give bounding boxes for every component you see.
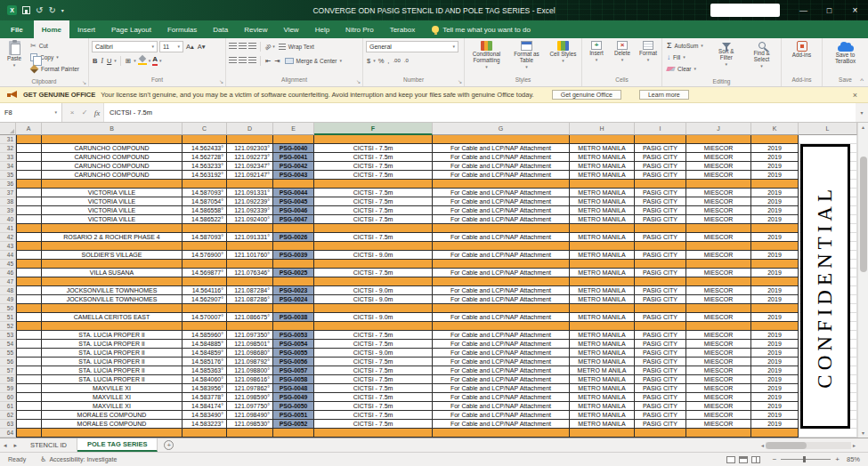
cell-F54[interactable]: CICTSI - 7.5m — [314, 340, 433, 349]
cell-F55[interactable]: CICTSI - 9.0m — [314, 349, 433, 358]
vertical-scrollbar-thumb[interactable] — [860, 157, 867, 272]
cell-H43[interactable] — [570, 242, 635, 251]
cell-A55[interactable] — [16, 349, 42, 358]
cell-I52[interactable] — [635, 322, 686, 331]
cell-G37[interactable]: For Cable and LCP/NAP Attachment — [433, 189, 570, 197]
percent-style-button[interactable]: % — [377, 55, 385, 67]
cell-E58[interactable]: PSG-0058 — [273, 375, 314, 384]
row-header-35[interactable]: 35 — [0, 171, 16, 180]
cell-K57[interactable]: 2019 — [751, 366, 799, 375]
cell-I44[interactable]: PASIG CITY — [635, 251, 686, 260]
cell-J61[interactable]: MIESCOR — [686, 402, 751, 411]
cell-F48[interactable]: CICTSI - 9.0m — [314, 286, 433, 295]
cell-D36[interactable] — [227, 180, 273, 189]
decrease-decimal-button[interactable]: .0 — [403, 55, 410, 67]
cell-H45[interactable] — [570, 260, 635, 269]
cell-J59[interactable]: MIESCOR — [686, 384, 751, 393]
cell-G46[interactable]: For Cable and LCP/NAP Attachment — [433, 269, 570, 277]
cell-B31[interactable] — [42, 135, 183, 144]
row-header-62[interactable]: 62 — [0, 411, 16, 420]
minimize-button[interactable]: — — [791, 0, 816, 20]
cell-K32[interactable]: 2019 — [751, 144, 799, 153]
cell-G60[interactable]: For Cable and LCP/NAP Attachment — [433, 393, 570, 402]
cell-D40[interactable]: 121.092400° — [227, 215, 273, 224]
cancel-icon[interactable]: × — [66, 103, 78, 122]
cell-H63[interactable]: METRO MANILA — [570, 420, 635, 429]
italic-button[interactable]: I — [100, 55, 104, 67]
cell-E42[interactable]: PSG-0026 — [273, 233, 314, 242]
cell-F44[interactable]: CICTSI - 9.0m — [314, 251, 433, 260]
cell-K48[interactable]: 2019 — [751, 286, 799, 295]
cell-G40[interactable]: For Cable and LCP/NAP Attachment — [433, 215, 570, 224]
cell-B59[interactable]: MAXVILLE XI — [42, 384, 183, 393]
borders-button[interactable]: ⊞ — [125, 55, 132, 67]
cell-A37[interactable] — [16, 189, 42, 197]
cell-J48[interactable]: MIESCOR — [686, 286, 751, 295]
find-select-button[interactable]: Find & Select▾ — [745, 40, 778, 69]
cell-K33[interactable]: 2019 — [751, 153, 799, 162]
cell-B44[interactable]: SOLDIER'S VILLAGE — [42, 251, 183, 260]
sheet-nav-left-icon[interactable]: ◂ — [0, 438, 11, 452]
row-header-32[interactable]: 32 — [0, 144, 16, 153]
maximize-button[interactable]: □ — [816, 0, 842, 20]
cell-C45[interactable] — [183, 260, 227, 269]
cell-I39[interactable]: PASIG CITY — [635, 206, 686, 215]
cell-E52[interactable] — [273, 322, 314, 331]
cell-J43[interactable] — [686, 242, 751, 251]
cell-K34[interactable]: 2019 — [751, 162, 799, 171]
cell-J55[interactable]: MIESCOR — [686, 349, 751, 358]
accessibility-status[interactable]: ♿ Accessibility: Investigate — [40, 455, 117, 463]
ribbon-tab-page-layout[interactable]: Page Layout — [103, 20, 159, 38]
cell-C53[interactable]: 14.585960° — [183, 331, 227, 340]
cell-K63[interactable]: 2019 — [751, 420, 799, 429]
cell-H58[interactable]: METRO MANILA — [570, 375, 635, 384]
cell-D61[interactable]: 121.097750° — [227, 402, 273, 411]
cell-F59[interactable]: CICTSI - 7.5m — [314, 384, 433, 393]
ribbon-tab-help[interactable]: Help — [307, 20, 337, 38]
save-to-terabox-button[interactable]: Save to TeraBox — [825, 40, 865, 66]
cell-C43[interactable] — [183, 242, 227, 251]
cell-F53[interactable]: CICTSI - 7.5m — [314, 331, 433, 340]
cell-A50[interactable] — [16, 304, 42, 313]
insert-function-icon[interactable]: fx — [91, 103, 103, 122]
row-header-46[interactable]: 46 — [0, 269, 16, 277]
cell-H36[interactable] — [570, 180, 635, 189]
cell-G42[interactable]: For Cable and LCP/NAP Attachment — [433, 233, 570, 242]
row-header-45[interactable]: 45 — [0, 260, 16, 269]
cell-A60[interactable] — [16, 393, 42, 402]
cell-B39[interactable]: VICTORIA VILLE — [42, 206, 183, 215]
cell-H39[interactable]: METRO MANILA — [570, 206, 635, 215]
number-dialog-launcher[interactable]: ↘ — [458, 79, 462, 84]
cell-K38[interactable]: 2019 — [751, 197, 799, 206]
cell-K39[interactable]: 2019 — [751, 206, 799, 215]
conditional-formatting-button[interactable]: Conditional Formatting▾ — [467, 40, 506, 70]
cell-K44[interactable]: 2019 — [751, 251, 799, 260]
cell-H57[interactable]: METRO M ANILA — [570, 366, 635, 375]
cell-C47[interactable] — [183, 277, 227, 286]
cell-C49[interactable]: 14.562907° — [183, 295, 227, 304]
cell-A45[interactable] — [16, 260, 42, 269]
cell-C34[interactable]: 14.563233° — [183, 162, 227, 171]
cell-H52[interactable] — [570, 322, 635, 331]
cell-A33[interactable] — [16, 153, 42, 162]
cell-F43[interactable] — [314, 242, 433, 251]
cell-K43[interactable] — [751, 242, 799, 251]
cell-H49[interactable]: METRO MANILA — [570, 295, 635, 304]
font-color-button[interactable]: A — [152, 56, 158, 66]
cell-J64[interactable] — [686, 429, 751, 438]
cell-F58[interactable]: CICTSI - 7.5m — [314, 375, 433, 384]
row-header-50[interactable]: 50 — [0, 304, 16, 313]
cell-D37[interactable]: 121.091331° — [227, 189, 273, 197]
cell-I56[interactable]: PASIG CITY — [635, 358, 686, 366]
merge-center-button[interactable]: Merge & Center▾ — [283, 55, 344, 67]
cell-D42[interactable]: 121.091331° — [227, 233, 273, 242]
cell-J47[interactable] — [686, 277, 751, 286]
cell-B40[interactable]: VICTORIA VILLE — [42, 215, 183, 224]
cell-D52[interactable] — [227, 322, 273, 331]
cell-A32[interactable] — [16, 144, 42, 153]
cell-A48[interactable] — [16, 286, 42, 295]
cell-J44[interactable]: MIESCOR — [686, 251, 751, 260]
accounting-format-button[interactable]: $ — [366, 55, 371, 67]
cell-F34[interactable]: CICTSI - 7.5m — [314, 162, 433, 171]
cell-C51[interactable]: 14.570007° — [183, 313, 227, 322]
